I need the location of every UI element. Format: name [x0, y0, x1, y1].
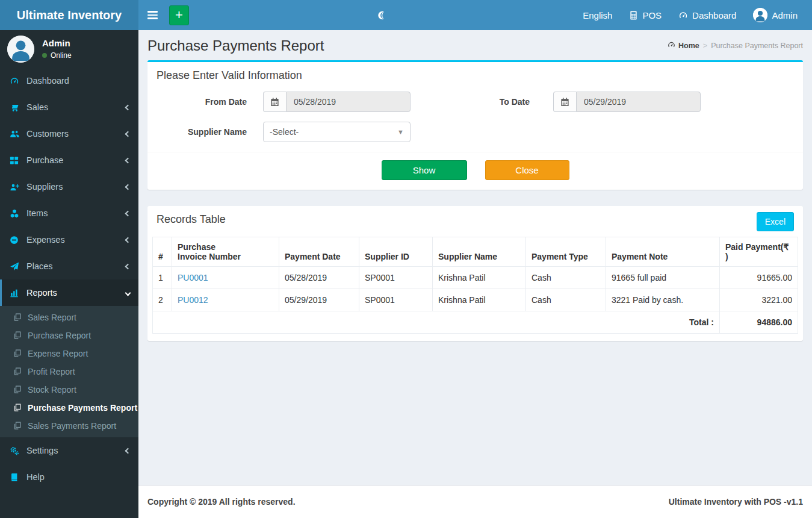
chevron-left-icon: [125, 448, 131, 454]
excel-export-button[interactable]: Excel: [757, 212, 794, 231]
sidebar-item-help[interactable]: Help: [0, 464, 138, 490]
chevron-left-icon: [125, 131, 131, 137]
sidebar-subitem-stock-report[interactable]: Stock Report: [0, 381, 138, 399]
sidebar-user-status[interactable]: Online: [42, 51, 72, 60]
sidebar-item-settings[interactable]: Settings: [0, 437, 138, 464]
sidebar-subitem-label: Stock Report: [28, 385, 76, 395]
cell-num: 1: [153, 267, 172, 289]
records-table: #Purchase Invoice NumberPayment DateSupp…: [152, 237, 798, 334]
copy-icon: [13, 385, 22, 394]
sidebar-subitem-expense-report[interactable]: Expense Report: [0, 345, 138, 363]
sidebar-item-label: Sales: [26, 102, 48, 112]
close-button[interactable]: Close: [485, 160, 569, 180]
footer-copyright: Copyright © 2019 All rights reserved.: [147, 497, 296, 507]
sidebar-item-label: Reports: [26, 288, 57, 298]
navbar: + English POS Dashboard: [138, 0, 812, 30]
minus-circle-icon: [10, 236, 20, 245]
to-date-input[interactable]: [576, 92, 701, 112]
sidebar-subitem-label: Purchase Payments Report: [28, 403, 137, 413]
sidebar-subitem-purchase-report[interactable]: Purchase Report: [0, 326, 138, 345]
col-header-supplier-name: Supplier Name: [433, 237, 526, 267]
sidebar-subitem-label: Purchase Report: [28, 331, 91, 340]
user-avatar-icon[interactable]: [7, 36, 34, 63]
cell-payment-type: Cash: [526, 289, 606, 311]
sidebar-item-places[interactable]: Places: [0, 253, 138, 279]
breadcrumb-current: Purchase Payments Report: [711, 42, 803, 50]
sidebar-user-panel: Admin Online: [0, 30, 138, 67]
copy-icon: [13, 331, 22, 340]
sidebar-item-dashboard[interactable]: Dashboard: [0, 67, 138, 94]
cell-payment-date: 05/28/2019: [279, 267, 359, 289]
col-header-: #: [153, 237, 172, 267]
cell-payment-note: 91665 full paid: [606, 267, 720, 289]
home-gauge-icon: [668, 41, 675, 51]
cell-payment-note: 3221 Paid by cash.: [606, 289, 720, 311]
sidebar: Admin Online DashboardSalesCustomersPurc…: [0, 30, 138, 518]
sidebar-item-expenses[interactable]: Expenses: [0, 226, 138, 253]
chevron-left-icon: [125, 157, 131, 163]
users-icon: [10, 130, 20, 139]
sidebar-user-name: Admin: [42, 38, 72, 48]
chevron-left-icon: [125, 104, 131, 110]
copy-icon: [13, 367, 22, 376]
sidebar-item-suppliers[interactable]: Suppliers: [0, 173, 138, 200]
sidebar-item-label: Customers: [26, 129, 69, 139]
footer-version: Ultimate Inventory with POS -v1.1: [669, 497, 803, 507]
page-title: Purchase Payments Report: [147, 37, 324, 54]
sidebar-toggle-icon[interactable]: [138, 0, 167, 30]
cubes-icon: [10, 209, 20, 218]
app-logo[interactable]: Ultimate Inventory: [0, 0, 138, 30]
col-header-supplier-id: Supplier ID: [359, 237, 433, 267]
to-date-label: To Date: [433, 97, 530, 107]
cell-num: 2: [153, 289, 172, 311]
col-header-paid-payment: Paid Payment(₹ ): [720, 237, 798, 267]
show-button[interactable]: Show: [382, 160, 467, 180]
table-body: 1PU000105/28/2019SP0001Krishna PatilCash…: [153, 267, 798, 334]
sidebar-item-purchase[interactable]: Purchase: [0, 147, 138, 173]
sidebar-subitem-purchase-payments-report[interactable]: Purchase Payments Report: [0, 399, 138, 417]
sidebar-item-customers[interactable]: Customers: [0, 120, 138, 147]
book-icon: [10, 473, 20, 482]
calendar-icon: [553, 92, 576, 112]
supplier-select[interactable]: -Select- ▼: [263, 122, 411, 142]
invoice-link[interactable]: PU0012: [178, 295, 208, 305]
sidebar-item-items[interactable]: Items: [0, 200, 138, 226]
table-total-row: Total :94886.00: [153, 311, 798, 334]
sidebar-subitem-label: Expense Report: [28, 349, 88, 358]
sidebar-subitem-sales-payments-report[interactable]: Sales Payments Report: [0, 417, 138, 435]
records-card: Records Table Excel #Purchase Invoice Nu…: [147, 206, 803, 341]
table-row: 2PU001205/29/2019SP0001Krishna PatilCash…: [153, 289, 798, 311]
nav-user[interactable]: Admin: [745, 0, 806, 30]
quick-add-button[interactable]: +: [169, 5, 189, 25]
top-header: Ultimate Inventory + English POS Dashboa…: [0, 0, 812, 30]
sidebar-item-label: Dashboard: [26, 76, 69, 86]
user-plus-icon: [10, 183, 20, 192]
sidebar-subitem-sales-report[interactable]: Sales Report: [0, 308, 138, 326]
nav-pos[interactable]: POS: [621, 0, 670, 30]
copy-icon: [13, 422, 22, 430]
nav-language[interactable]: English: [574, 0, 621, 30]
sidebar-subitem-profit-report[interactable]: Profit Report: [0, 363, 138, 381]
grid-icon: [10, 156, 20, 165]
col-header-payment-note: Payment Note: [606, 237, 720, 267]
table-header-row: #Purchase Invoice NumberPayment DateSupp…: [153, 237, 798, 267]
from-date-input[interactable]: [286, 92, 411, 112]
total-value: 94886.00: [720, 311, 798, 334]
sidebar-item-reports[interactable]: Reports: [0, 279, 138, 306]
sidebar-item-sales[interactable]: Sales: [0, 94, 138, 120]
cell-paid-payment: 91665.00: [720, 267, 798, 289]
sidebar-menu: DashboardSalesCustomersPurchaseSuppliers…: [0, 67, 138, 490]
nav-dashboard[interactable]: Dashboard: [670, 0, 745, 30]
chevron-left-icon: [125, 263, 131, 269]
page-footer: Copyright © 2019 All rights reserved. Ul…: [138, 485, 812, 518]
gauge-icon: [678, 11, 688, 20]
crescent-moon-icon[interactable]: [377, 10, 386, 20]
copy-icon: [13, 349, 22, 358]
invoice-link[interactable]: PU0001: [178, 273, 208, 282]
calculator-icon: [629, 11, 638, 20]
navbar-right: English POS Dashboard Admin: [574, 0, 806, 30]
cell-payment-date: 05/29/2019: [279, 289, 359, 311]
copy-icon: [13, 404, 22, 412]
sidebar-item-label: Expenses: [26, 235, 65, 245]
breadcrumb-home[interactable]: Home: [668, 41, 699, 51]
